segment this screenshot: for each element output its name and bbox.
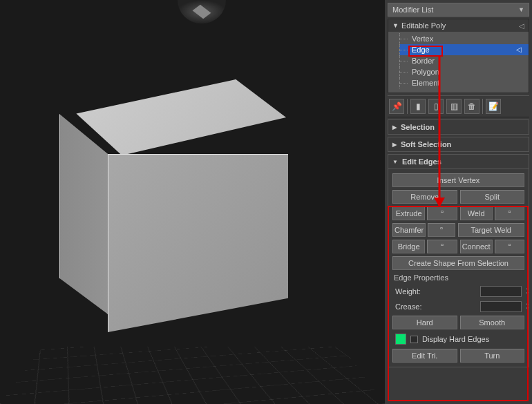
connect-settings-button[interactable]: ▫	[495, 240, 524, 253]
weld-button[interactable]: Weld	[460, 206, 493, 220]
edge-properties-label: Edge Properties	[392, 273, 524, 282]
delete-button[interactable]: 🗑	[464, 99, 479, 114]
divider	[482, 99, 483, 114]
stack-root-label: Editable Poly	[401, 21, 446, 30]
visibility-icon: ◁	[516, 46, 526, 53]
smooth-button[interactable]: Smooth	[460, 316, 525, 329]
hard-button[interactable]: Hard	[392, 316, 457, 329]
create-shape-button[interactable]: Create Shape From Selection	[392, 256, 524, 270]
edit-tri-button[interactable]: Edit Tri.	[392, 349, 457, 363]
crease-row: Crease:	[392, 300, 524, 313]
subobject-border[interactable]: Border	[399, 55, 529, 66]
subobject-polygon[interactable]: Polygon	[399, 66, 529, 77]
target-weld-button[interactable]: Target Weld	[458, 223, 525, 237]
extrude-button[interactable]: Extrude	[392, 206, 425, 220]
rollout-title: Soft Selection	[401, 140, 451, 148]
rollout-soft-selection: ▶ Soft Selection	[388, 137, 529, 152]
display-hard-edges-checkbox[interactable]	[410, 336, 418, 343]
edit-edges-body: Insert Vertex Remove Split Extrude▫ Weld…	[388, 169, 529, 367]
viewcube[interactable]	[178, 0, 226, 23]
rollout-title: Edit Edges	[402, 157, 441, 166]
subobject-element[interactable]: Element	[399, 77, 529, 88]
crease-label: Crease:	[395, 302, 476, 311]
cube-face-right	[108, 154, 308, 354]
bridge-button[interactable]: Bridge	[392, 240, 425, 253]
chamfer-button[interactable]: Chamfer	[392, 223, 426, 237]
rollout-edit-edges-header[interactable]: ▼ Edit Edges	[388, 154, 529, 169]
weight-label: Weight:	[395, 287, 476, 296]
subobject-list: Vertex Edge◁ Border Polygon Element	[388, 32, 529, 93]
split-button[interactable]: Split	[460, 190, 525, 204]
rollout-edit-edges: ▼ Edit Edges Insert Vertex Remove Split …	[388, 154, 529, 367]
modifier-list-label: Modifier List	[392, 6, 433, 14]
collapse-icon: ▼	[392, 159, 398, 165]
rollout-soft-selection-header[interactable]: ▶ Soft Selection	[388, 137, 529, 152]
rollout-selection-header[interactable]: ▶ Selection	[388, 119, 529, 135]
stack-toolbar: 📌 ▮ ▯ ▥ 🗑 📝	[388, 95, 529, 117]
viewport[interactable]	[0, 0, 385, 404]
weight-spinner[interactable]	[480, 286, 522, 297]
modifier-list-dropdown[interactable]: Modifier List ▼	[388, 3, 529, 17]
insert-vertex-button[interactable]: Insert Vertex	[392, 173, 524, 187]
crease-spinner[interactable]	[480, 301, 522, 312]
remove-button[interactable]: Remove	[392, 190, 457, 204]
chevron-down-icon: ▼	[518, 6, 524, 13]
expand-icon: ▶	[392, 124, 397, 131]
make-unique-button[interactable]: ▯	[428, 99, 444, 114]
chamfer-settings-button[interactable]: ▫	[428, 223, 455, 237]
configure-button[interactable]: 📝	[486, 99, 501, 114]
rollout-title: Selection	[401, 123, 435, 131]
display-hard-edges-label: Display Hard Edges	[422, 335, 489, 343]
weld-settings-button[interactable]: ▫	[495, 206, 524, 220]
bridge-settings-button[interactable]: ▫	[427, 240, 457, 253]
pin-stack-button[interactable]: 📌	[389, 99, 404, 114]
expand-icon: ▼	[392, 22, 399, 29]
rollout-selection: ▶ Selection	[388, 119, 529, 135]
grid-floor	[0, 347, 385, 404]
cube-object[interactable]	[41, 79, 332, 335]
modifier-stack: ▼ Editable Poly ◁ Vertex Edge◁ Border Po…	[388, 19, 529, 93]
show-end-result-button[interactable]: ▮	[410, 99, 426, 114]
visibility-icon[interactable]: ◁	[519, 22, 524, 30]
expand-icon: ▶	[392, 142, 397, 148]
connect-button[interactable]: Connect	[460, 240, 493, 253]
divider	[407, 99, 408, 114]
subobject-edge[interactable]: Edge◁	[399, 44, 529, 55]
remove-modifier-button[interactable]: ▥	[446, 99, 462, 114]
turn-button[interactable]: Turn	[460, 349, 525, 363]
extrude-settings-button[interactable]: ▫	[427, 206, 457, 220]
display-hard-edges-row: Display Hard Edges	[392, 332, 524, 346]
command-panel: Modifier List ▼ ▼ Editable Poly ◁ Vertex…	[385, 0, 532, 404]
subobject-vertex[interactable]: Vertex	[399, 33, 529, 44]
weight-row: Weight:	[392, 285, 524, 298]
hard-edge-color-swatch[interactable]	[395, 334, 406, 345]
stack-root[interactable]: ▼ Editable Poly ◁	[388, 19, 529, 32]
